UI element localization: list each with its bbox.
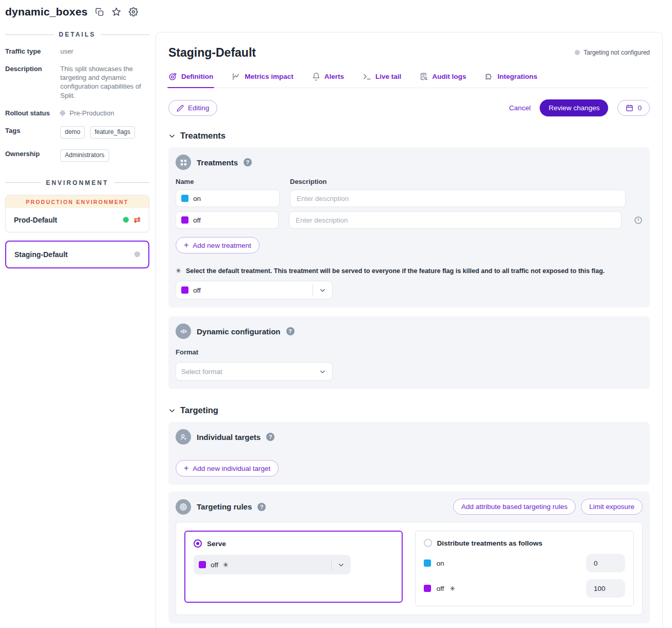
distribute-percentage-input[interactable] (586, 579, 625, 598)
review-changes-button[interactable]: Review changes (540, 99, 608, 116)
format-placeholder: Select format (181, 368, 222, 376)
default-marker-icon: ✳ (176, 267, 181, 275)
plus-icon: + (184, 464, 188, 472)
targeting-rules-card: Targeting rules ? Add attribute based ta… (168, 491, 650, 623)
add-new-individual-target-button[interactable]: + Add new individual target (176, 460, 279, 477)
treatment-color-swatch-off (181, 216, 188, 224)
dynamic-configuration-card: </> Dynamic configuration ? Format Selec… (168, 316, 650, 389)
cancel-button[interactable]: Cancel (509, 104, 530, 112)
targeting-section-header[interactable]: Targeting (168, 405, 650, 415)
individual-targets-card: Individual targets ? + Add new individua… (168, 422, 650, 485)
individual-targets-title: Individual targets (197, 433, 261, 442)
tab-metrics-impact[interactable]: Metrics impact (232, 72, 294, 88)
bullseye-icon (176, 499, 191, 515)
sidebar: DETAILS Traffic type user Description Th… (0, 19, 156, 268)
treatments-card: Treatments ? Name Description (168, 147, 650, 308)
format-label: Format (176, 348, 643, 356)
tab-alerts[interactable]: Alerts (312, 72, 344, 88)
traffic-type-value: user (60, 47, 73, 56)
targeting-rules-title: Targeting rules (197, 502, 252, 511)
default-treatment-select[interactable]: off (176, 281, 333, 299)
environment-card-prod[interactable]: PRODUCTION ENVIRONMENT Prod-Default ⇄ (5, 195, 149, 232)
help-icon[interactable]: ? (266, 433, 274, 441)
treatment-name-input[interactable] (176, 190, 280, 207)
ownership-label: Ownership (5, 149, 60, 164)
default-treatment-note: ✳ Select the default treatment. This tre… (176, 267, 643, 275)
distribute-radio[interactable] (424, 539, 432, 547)
help-icon[interactable]: ? (257, 503, 266, 511)
serve-treatment-value: off (211, 561, 218, 569)
plus-icon: + (184, 241, 188, 249)
treatment-row (176, 211, 643, 229)
help-icon[interactable]: ? (244, 158, 252, 166)
treatments-card-title: Treatments (197, 158, 238, 167)
treatment-name-field[interactable] (193, 195, 265, 202)
limit-exposure-button[interactable]: Limit exposure (581, 499, 643, 515)
tab-integrations[interactable]: Integrations (485, 72, 537, 88)
add-attribute-rules-button[interactable]: Add attribute based targeting rules (453, 499, 576, 515)
environment-heading: ENVIRONMENT (5, 179, 149, 186)
editing-button[interactable]: Editing (168, 100, 217, 116)
ownership-chip[interactable]: Administrators (60, 149, 109, 162)
gear-icon[interactable] (129, 7, 138, 16)
scheduled-changes-button[interactable]: 0 (617, 100, 650, 116)
description-value: This split showcases the targeting and d… (60, 64, 149, 100)
info-icon[interactable] (634, 216, 643, 225)
serve-option-box[interactable]: Serve off ✳ (184, 531, 403, 603)
rollout-status-value: Pre-Production (70, 109, 114, 117)
tab-definition[interactable]: Definition (168, 72, 213, 88)
environment-detail-panel: Staging-Default Targeting not configured… (156, 32, 663, 628)
rollout-diamond-icon (59, 110, 66, 116)
treatment-description-input[interactable] (289, 211, 622, 229)
distribute-treatment-name: off (437, 585, 444, 592)
treatment-color-swatch-on (181, 195, 188, 202)
star-icon[interactable] (112, 7, 121, 16)
tab-live-tail[interactable]: Live tail (363, 72, 401, 88)
code-icon: </> (176, 324, 191, 339)
add-new-treatment-button[interactable]: + Add new treatment (176, 237, 260, 253)
description-row: Description This split showcases the tar… (5, 64, 149, 100)
traffic-type-label: Traffic type (5, 47, 60, 56)
terminal-icon (363, 72, 371, 81)
chevron-down-icon (313, 368, 332, 375)
tab-audit-logs[interactable]: Audit logs (420, 72, 466, 88)
audit-document-icon (420, 72, 428, 81)
help-icon[interactable]: ? (286, 327, 295, 335)
tags-label: Tags (5, 126, 60, 141)
status-dot-green (123, 217, 129, 223)
copy-icon[interactable] (95, 8, 104, 16)
dynamic-configuration-title: Dynamic configuration (197, 327, 281, 336)
serve-radio[interactable] (194, 539, 202, 548)
treatment-name-field[interactable] (193, 216, 265, 224)
treatment-name-input[interactable] (176, 211, 279, 229)
distribute-option-box[interactable]: Distribute treatments as follows on off (415, 531, 634, 606)
distribute-percentage-input[interactable] (586, 554, 625, 572)
pencil-icon (177, 105, 184, 112)
swap-arrows-icon: ⇄ (134, 216, 141, 224)
treatment-color-swatch-off (424, 585, 431, 592)
serve-treatment-select[interactable]: off ✳ (194, 555, 351, 574)
bell-icon (312, 72, 320, 81)
default-marker-icon: ✳ (223, 561, 229, 569)
chevron-down-icon (168, 132, 176, 140)
chevron-down-icon (332, 562, 351, 568)
distribute-treatment-row: on (424, 554, 626, 572)
traffic-type-row: Traffic type user (5, 47, 149, 56)
production-banner: PRODUCTION ENVIRONMENT (6, 195, 149, 208)
calendar-icon (626, 104, 633, 112)
distribute-treatment-name: on (437, 559, 444, 567)
flag-header: dynamic_boxes (0, 0, 672, 19)
environment-card-staging[interactable]: Staging-Default (5, 241, 149, 268)
format-select[interactable]: Select format (176, 362, 333, 381)
treatment-color-swatch-off (181, 286, 188, 294)
tag-chip[interactable]: demo (60, 126, 85, 139)
treatment-color-swatch-off (199, 561, 206, 568)
chevron-down-icon (168, 407, 176, 414)
tag-chip[interactable]: feature_flags (90, 126, 135, 139)
rollout-status-label: Rollout status (5, 109, 60, 117)
distribute-label: Distribute treatments as follows (437, 539, 543, 547)
treatment-description-input[interactable] (290, 190, 626, 207)
description-label: Description (5, 64, 60, 100)
treatments-section-header[interactable]: Treatments (168, 131, 650, 141)
name-column-header: Name (176, 178, 290, 185)
